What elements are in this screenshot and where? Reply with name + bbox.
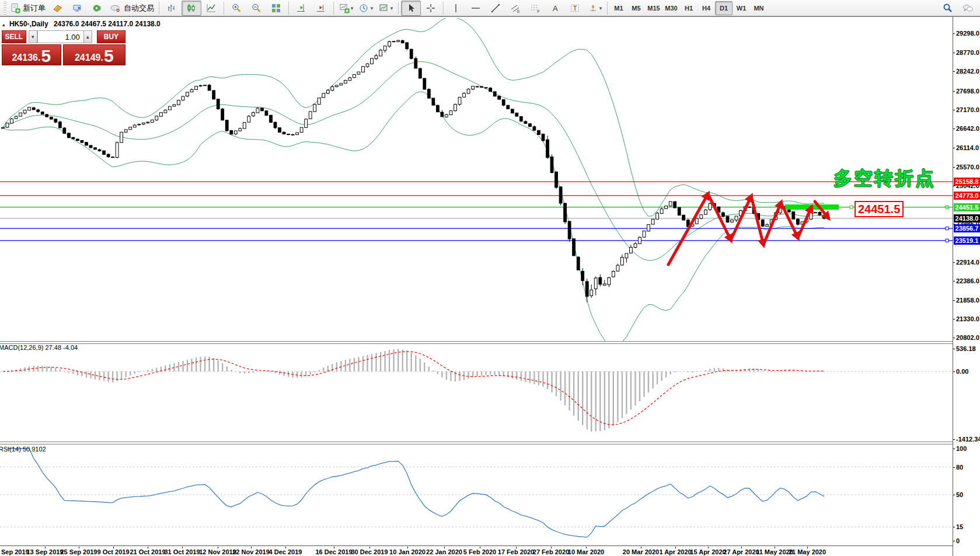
macd-axis-label: 536.18	[956, 345, 976, 352]
volume-increase-button[interactable]: ▲	[83, 30, 92, 43]
x-axis-tick	[148, 547, 148, 548]
macd-indicator-pane[interactable]	[0, 343, 953, 442]
crosshair-icon	[426, 3, 436, 13]
chart-title: ▴ HK50-,Daily 24376.0 24467.5 24117.0 24…	[2, 20, 161, 28]
channel-button[interactable]: E	[505, 1, 525, 16]
y-axis-label: 26114.0	[956, 144, 979, 151]
zoom-in-button[interactable]	[226, 1, 246, 16]
timeframe-button-M15[interactable]: M15	[645, 1, 662, 15]
terminal-button[interactable]	[68, 1, 88, 16]
shapes-button[interactable]: ▾	[585, 1, 605, 16]
text-button[interactable]: A	[545, 1, 565, 16]
zoom-out-button[interactable]	[246, 1, 266, 16]
shapes-icon	[588, 3, 598, 13]
timeframe-button-MN[interactable]: MN	[750, 1, 768, 15]
indicators-button[interactable]: ▾	[336, 1, 356, 16]
new-order-button[interactable]: 新订单	[8, 1, 48, 16]
buy-button[interactable]: BUY	[97, 30, 125, 43]
timeframe-button-H1[interactable]: H1	[680, 1, 697, 15]
x-axis-tick	[675, 547, 676, 548]
text-label-button[interactable]: T	[565, 1, 585, 16]
x-axis-tick	[79, 547, 79, 548]
text-icon: A	[550, 3, 560, 13]
timeframe-button-M5[interactable]: M5	[627, 1, 645, 15]
autotrading-button[interactable]: 自动交易	[107, 1, 156, 16]
x-axis-label: 16 Dec 2019	[316, 548, 353, 555]
horizontal-line-button[interactable]	[466, 1, 486, 16]
bid-price-display[interactable]: 24136. 5	[2, 44, 61, 65]
price-level-badge: 24451.5	[954, 203, 980, 211]
price-level-badge: 23519.1	[954, 237, 980, 245]
vertical-line-icon	[451, 3, 461, 13]
ask-price-big-digit: 5	[104, 48, 114, 64]
sounds-button[interactable]	[88, 1, 107, 16]
x-axis-tick	[334, 547, 334, 548]
toolbar-separator	[288, 2, 289, 15]
y-axis-label: 28770.0	[956, 49, 979, 56]
x-axis-label: 17 Feb 2020	[498, 548, 534, 555]
x-axis-tick	[45, 547, 46, 548]
bar-chart-button[interactable]	[162, 1, 182, 16]
periods-button[interactable]: ▾	[356, 1, 376, 16]
price-axis[interactable]: 29298.028770.028242.027698.027170.026642…	[953, 17, 980, 556]
ohlc-values: 24376.0 24467.5 24117.0 24138.0	[54, 20, 161, 28]
x-axis-label: 27 Feb 2020	[533, 548, 569, 555]
tile-windows-button[interactable]	[266, 1, 286, 16]
bid-price-big-digit: 5	[41, 48, 51, 64]
rsi-axis-label: 80	[956, 464, 963, 471]
toolbar-separator	[607, 2, 608, 15]
fibonacci-button[interactable]: F	[525, 1, 545, 16]
autoscroll-button[interactable]	[311, 1, 331, 16]
x-axis-label: 10 Jan 2020	[389, 548, 426, 555]
turning-point-annotation[interactable]: 多空转折点	[833, 166, 936, 192]
one-click-trading-panel: SELL ▼ ▲ BUY 24136. 5 24149. 5	[2, 30, 125, 65]
ask-price-display[interactable]: 24149. 5	[63, 44, 125, 65]
autotrading-icon	[110, 3, 121, 13]
timeframe-button-M1[interactable]: M1	[610, 1, 627, 15]
timeframe-button-M30[interactable]: M30	[662, 1, 680, 15]
x-axis-tick	[407, 547, 408, 548]
search-button[interactable]	[938, 1, 958, 16]
bid-price-main: 24136.	[12, 52, 40, 64]
sell-button[interactable]: SELL	[2, 30, 26, 43]
vertical-line-button[interactable]	[446, 1, 466, 16]
timeframe-button-H4[interactable]: H4	[697, 1, 715, 15]
y-axis-label: 28242.0	[956, 68, 979, 75]
x-axis-label: 4 Dec 2019	[269, 548, 302, 555]
x-axis-tick	[708, 547, 709, 548]
x-axis-tick	[369, 547, 370, 548]
rsi-indicator-pane[interactable]	[0, 443, 953, 545]
timeframe-button-D1[interactable]: D1	[715, 1, 733, 15]
volume-decrease-button[interactable]: ▼	[29, 30, 37, 43]
fibonacci-icon: F	[530, 3, 540, 13]
chart-shift-button[interactable]	[291, 1, 311, 16]
x-axis-label: 12 Nov 2019	[199, 548, 236, 555]
line-chart-button[interactable]	[201, 1, 221, 16]
sounds-icon	[92, 3, 103, 13]
trendline-button[interactable]	[486, 1, 505, 16]
price-callout-box[interactable]: 24451.5	[855, 201, 904, 217]
cursor-button[interactable]	[401, 1, 421, 16]
chat-button[interactable]	[958, 1, 978, 16]
chevron-down-icon: ▾	[351, 5, 354, 11]
crosshair-button[interactable]	[421, 1, 441, 16]
time-axis[interactable]: Sep 201913 Sep 201925 Sep 20199 Oct 2019…	[0, 547, 953, 556]
templates-button[interactable]: ▾	[376, 1, 396, 16]
cursor-icon	[406, 3, 416, 13]
x-axis-label: 22 Nov 2019	[232, 548, 270, 555]
ticket-button[interactable]	[48, 1, 68, 16]
axis-baseline	[0, 545, 953, 546]
timeframe-button-W1[interactable]: W1	[733, 1, 750, 15]
x-axis-label: 20 Mar 2020	[623, 548, 659, 555]
tile-windows-icon	[271, 3, 281, 13]
chevron-down-icon: ▾	[371, 5, 374, 11]
x-axis-label: Sep 2019	[1, 548, 29, 555]
candlestick-chart[interactable]	[0, 18, 953, 341]
candlestick-chart-button[interactable]	[182, 1, 201, 16]
toolbar-separator	[443, 2, 444, 15]
svg-text:A: A	[553, 4, 558, 12]
y-axis-label: 26642.0	[956, 125, 979, 132]
svg-text:E: E	[517, 9, 520, 13]
volume-input[interactable]	[37, 30, 83, 43]
x-axis-tick	[586, 547, 587, 548]
